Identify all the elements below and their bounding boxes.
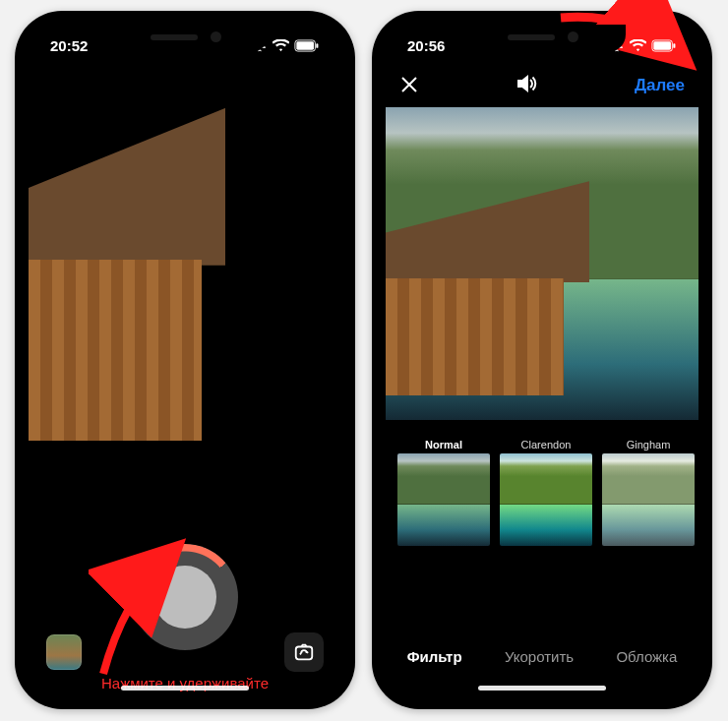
video-preview[interactable] (386, 107, 698, 420)
filter-label: Gingham (602, 436, 695, 453)
filter-normal[interactable]: Normal (397, 436, 490, 546)
edit-tabs: Фильтр Укоротить Обложка (386, 631, 698, 682)
screen-left: 20:52 (29, 25, 341, 695)
home-indicator[interactable] (121, 686, 249, 691)
phone-right: 20:56 Далее (372, 11, 712, 709)
filter-clarendon[interactable]: Clarendon (500, 436, 592, 546)
notch (458, 25, 626, 52)
stage: 20:52 (0, 0, 728, 721)
svg-rect-2 (316, 43, 318, 48)
speaker-icon (515, 72, 538, 95)
filter-label: Normal (397, 436, 490, 453)
close-button[interactable] (399, 71, 419, 101)
screen-right: 20:56 Далее (386, 25, 698, 695)
record-button[interactable] (132, 544, 238, 650)
filter-gingham[interactable]: Gingham (602, 436, 695, 546)
sound-toggle[interactable] (515, 72, 538, 99)
battery-icon (651, 39, 677, 52)
edit-top-bar: Далее (386, 64, 698, 107)
camera-ui: Нажмите и удерживайте (29, 25, 341, 695)
battery-icon (294, 39, 320, 52)
close-icon (399, 75, 419, 94)
next-button[interactable]: Далее (635, 76, 685, 95)
notch (101, 25, 269, 52)
filter-strip[interactable]: Normal Clarendon Gingham M (386, 430, 698, 577)
tab-trim[interactable]: Укоротить (505, 648, 574, 665)
switch-camera-icon (293, 641, 315, 663)
status-time: 20:56 (407, 37, 445, 54)
svg-rect-3 (296, 647, 313, 660)
home-indicator[interactable] (478, 686, 606, 691)
svg-rect-6 (673, 43, 675, 48)
tab-cover[interactable]: Обложка (616, 648, 677, 665)
tab-filter[interactable]: Фильтр (407, 648, 462, 665)
phone-left: 20:52 (15, 11, 355, 709)
switch-camera-button[interactable] (284, 632, 324, 672)
scene-hut (386, 201, 579, 394)
filter-label: Clarendon (500, 436, 592, 453)
scene-hut (29, 139, 216, 441)
gallery-thumbnail[interactable] (46, 634, 82, 670)
svg-rect-1 (296, 41, 314, 49)
svg-rect-5 (653, 41, 671, 49)
wifi-icon (273, 39, 289, 52)
status-time: 20:52 (50, 37, 88, 54)
wifi-icon (630, 39, 646, 52)
camera-bottom-bar: Нажмите и удерживайте (29, 538, 341, 695)
